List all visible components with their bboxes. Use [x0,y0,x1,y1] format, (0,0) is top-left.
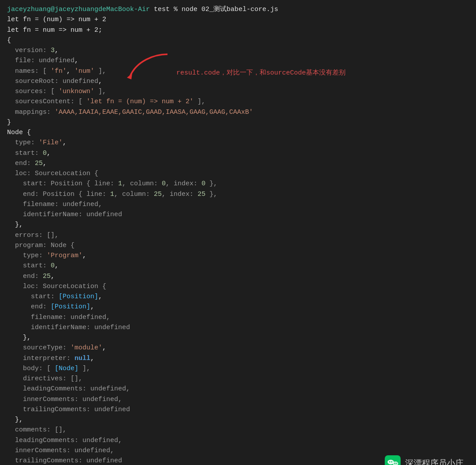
program-start: start: 0, [7,261,469,271]
file-line: file: undefined, [7,56,469,66]
program-interpreter: interpreter: null, [7,353,469,364]
names-line: names: [ 'fn', 'num' ], [7,66,469,76]
sourcescontent-line: sourcesContent: [ 'let fn = (num) => num… [7,97,469,107]
program-leading: leadingComments: undefined, [7,384,469,394]
terminal-window: jaceyzhuang@jaceyzhuangdeMacBook-Air tes… [0,0,476,465]
node-start: start: 0, [7,148,469,158]
code-line-1: let fn = (num) => num + 2 [7,15,469,25]
node-loc-end: end: Position { line: 1, column: 25, ind… [7,189,469,199]
program-inner: innerComments: undefined, [7,394,469,405]
sourceroot-line: sourceRoot: undefined, [7,76,469,86]
program-end: end: 25, [7,271,469,281]
program-directives: directives: [], [7,374,469,384]
program-loc-idname: identifierName: undefined [7,322,469,333]
watermark: 深漂程序员小庄 [385,455,464,465]
node-program: program: Node { [7,240,469,251]
node-errors: errors: [], [7,230,469,240]
svg-point-7 [396,463,397,464]
mappings-line: mappings: 'AAAA,IAAIA,EAAE,GAAIC,GAAD,IA… [7,107,469,117]
code-line-2: let fn = num => num + 2; [7,25,469,35]
node-comments: comments: [], [7,425,469,435]
node-end: end: 25, [7,158,469,169]
node-loc-start: start: Position { line: 1, column: 0, in… [7,179,469,189]
node-loc-filename: filename: undefined, [7,199,469,210]
program-trailing: trailingComments: undefined [7,405,469,415]
program-body: body: [ [Node] ], [7,364,469,374]
node-loc: loc: SourceLocation { [7,169,469,179]
command-line: jaceyzhuang@jaceyzhuangdeMacBook-Air tes… [7,4,469,15]
sources-line: sources: [ 'unknown' ], [7,86,469,97]
program-loc: loc: SourceLocation { [7,281,469,292]
version-line: version: 3, [7,45,469,56]
node-type: type: 'File', [7,138,469,148]
brace-close-1: } [7,117,469,128]
program-loc-start: start: [Position], [7,292,469,302]
program-loc-filename: filename: undefined, [7,312,469,322]
node-loc-close: }, [7,220,469,230]
program-type: type: 'Program', [7,251,469,261]
program-loc-end: end: [Position], [7,302,469,312]
brace-open: { [7,35,469,45]
watermark-text: 深漂程序员小庄 [405,457,464,465]
node-inner: innerComments: undefined, [7,446,469,456]
svg-point-4 [389,461,390,462]
node-loc-idname: identifierName: undefined [7,210,469,220]
wechat-icon [385,455,401,465]
svg-point-5 [391,461,392,462]
program-loc-close: }, [7,333,469,343]
svg-point-6 [394,463,395,464]
node-open: Node { [7,128,469,138]
node-leading: leadingComments: undefined, [7,435,469,446]
program-sourcetype: sourceType: 'module', [7,343,469,353]
program-close: }, [7,415,469,425]
